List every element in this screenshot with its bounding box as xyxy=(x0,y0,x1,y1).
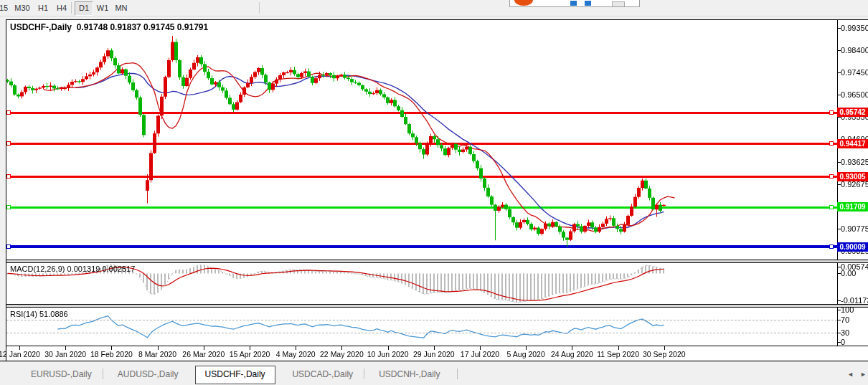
symbol-tab-audusd[interactable]: AUDUSD-,Daily xyxy=(108,366,188,383)
date-axis-tickmark xyxy=(618,346,619,350)
macd-axis-tickmark xyxy=(837,300,841,301)
date-axis-label: 10 Jun 2020 xyxy=(367,350,409,358)
level-price-badge[interactable]: 0.95742 xyxy=(837,108,868,117)
rsi-axis-tickmark xyxy=(837,342,841,343)
symbol-tab-usdcnh[interactable]: USDCNH-,Daily xyxy=(369,366,449,383)
price-axis-tickmark xyxy=(837,229,841,229)
price-axis-tick: 0.90775 xyxy=(841,224,868,233)
date-axis-tickmark xyxy=(111,346,112,350)
rsi-indicator-label: RSI(14) 51.0886 xyxy=(10,310,68,318)
date-axis-label: 24 Aug 2020 xyxy=(551,350,593,358)
symbol-tab-eurusd[interactable]: EURUSD-,Daily xyxy=(22,366,101,383)
trading-platform-window: 15M30H1H4D1W1MN USDCHF-,Daily 0.91748 0.… xyxy=(0,0,868,385)
macd-name: MACD(12,26,9) xyxy=(10,265,65,273)
chart-title: USDCHF-,Daily 0.91748 0.91837 0.91745 0.… xyxy=(10,22,208,32)
rsi-axis-tickmark xyxy=(837,333,841,333)
macd-axis-label: 0.00 xyxy=(841,269,856,277)
rsi-axis-label: 100 xyxy=(841,305,854,314)
date-axis-tickmark xyxy=(296,346,296,350)
tab-separator xyxy=(364,369,364,379)
price-chart-canvas[interactable] xyxy=(0,0,868,385)
date-axis-tickmark xyxy=(65,346,66,350)
price-axis-tickmark xyxy=(837,184,841,185)
price-axis-tick: 0.99350 xyxy=(841,24,868,32)
chart-symbol-period: USDCHF-,Daily xyxy=(10,22,72,32)
date-axis-label: 29 Jun 2020 xyxy=(413,350,455,358)
level-price-badge[interactable]: 0.93005 xyxy=(837,172,868,181)
date-axis-tickmark xyxy=(664,346,665,350)
date-axis-tickmark xyxy=(19,346,20,350)
macd-values: 0.001319 0.002517 xyxy=(67,265,135,273)
price-axis-tick: 0.96500 xyxy=(841,90,868,99)
date-axis-label: 30 Sep 2020 xyxy=(643,350,686,358)
rsi-name: RSI(14) xyxy=(10,310,37,318)
price-axis-tick: 0.98400 xyxy=(841,46,868,54)
date-axis-tickmark xyxy=(158,346,159,350)
tab-scroll-left-icon[interactable]: ◄ xyxy=(847,371,854,378)
rsi-guide-line xyxy=(6,333,837,333)
level-price-badge[interactable]: 0.94417 xyxy=(837,139,868,148)
date-axis-tickmark xyxy=(526,346,527,350)
price-axis-tick: 0.97450 xyxy=(841,68,868,77)
price-axis-tickmark xyxy=(837,162,841,163)
date-axis-label: 18 Feb 2020 xyxy=(90,350,133,358)
date-axis-label: 30 Jan 2020 xyxy=(44,350,86,358)
price-axis-tickmark xyxy=(837,50,841,51)
level-price-badge[interactable]: 0.90009 xyxy=(837,242,868,252)
rsi-axis-label: 30 xyxy=(841,328,849,337)
date-axis-label: 11 Sep 2020 xyxy=(597,350,639,358)
date-axis-tickmark xyxy=(434,346,435,350)
rsi-axis-label: 0 xyxy=(841,338,845,346)
tab-scroll-right-icon[interactable]: ► xyxy=(860,371,867,378)
price-axis-tickmark xyxy=(837,95,841,95)
rsi-guide-line xyxy=(6,320,837,320)
price-axis-tickmark xyxy=(837,28,841,29)
rsi-axis-tickmark xyxy=(837,310,841,310)
macd-axis-tickmark xyxy=(837,273,841,274)
rsi-axis-tickmark xyxy=(837,320,841,320)
date-axis-label: 17 Jul 2020 xyxy=(461,350,499,358)
rsi-value: 51.0886 xyxy=(39,310,68,318)
chart-ohlc-values: 0.91748 0.91837 0.91745 0.91791 xyxy=(77,22,209,32)
date-axis-label: 26 Mar 2020 xyxy=(182,350,225,358)
tab-separator xyxy=(103,369,103,379)
symbol-tab-usdchf[interactable]: USDCHF-,Daily xyxy=(195,366,275,384)
date-axis-label: 5 Aug 2020 xyxy=(507,350,545,358)
date-axis-tickmark xyxy=(480,346,481,350)
date-axis-tickmark xyxy=(388,346,389,350)
macd-indicator-label: MACD(12,26,9) 0.001319 0.002517 xyxy=(10,265,135,273)
rsi-axis-label: 70 xyxy=(841,315,849,324)
date-axis-label: 12 Jan 2020 xyxy=(0,350,40,358)
date-axis-label: 22 May 2020 xyxy=(320,350,364,358)
level-price-badge[interactable]: 0.91709 xyxy=(837,202,868,211)
date-axis-label: 8 Mar 2020 xyxy=(138,350,176,358)
macd-axis-tickmark xyxy=(837,267,841,267)
date-axis-tickmark xyxy=(250,346,250,350)
price-axis-tick: 0.92675 xyxy=(841,180,868,189)
symbol-tab-usdcad[interactable]: USDCAD-,Daily xyxy=(283,366,362,383)
date-axis-tickmark xyxy=(572,346,572,350)
tab-separator xyxy=(457,369,458,379)
price-axis-tickmark xyxy=(837,72,841,73)
symbol-tab-bar: ◄ ► EURUSD-,DailyAUDUSD-,DailyUSDCHF-,Da… xyxy=(0,361,868,385)
date-axis-tickmark xyxy=(204,346,204,350)
macd-axis-label: -0.011738 xyxy=(841,296,868,305)
date-axis-label: 15 Apr 2020 xyxy=(230,350,270,358)
date-axis-tickmark xyxy=(341,346,342,350)
price-axis-tick: 0.93625 xyxy=(841,158,868,166)
date-axis-label: 4 May 2020 xyxy=(276,350,316,358)
